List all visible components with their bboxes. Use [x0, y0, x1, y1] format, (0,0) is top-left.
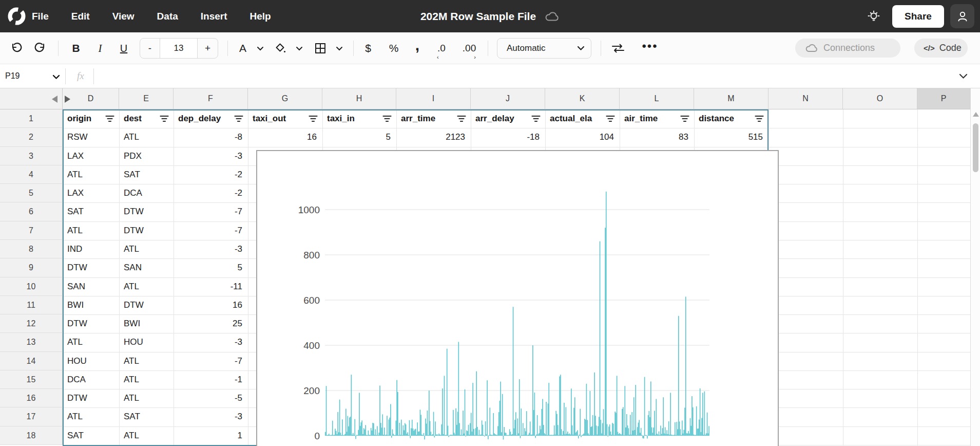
cell-D8[interactable]: IND: [67, 240, 113, 258]
cell-D7[interactable]: ATL: [67, 221, 113, 240]
formula-bar-expand-chevron-icon[interactable]: [959, 72, 968, 81]
formula-input[interactable]: [101, 64, 948, 88]
filter-icon[interactable]: [456, 114, 467, 123]
menu-item-file[interactable]: File: [32, 11, 49, 22]
cell-name-box[interactable]: P19: [5, 64, 20, 88]
row-number-8[interactable]: 8: [0, 240, 63, 258]
cell-M2[interactable]: 515: [699, 128, 763, 146]
cell-H2[interactable]: 5: [327, 128, 391, 146]
cell-F9[interactable]: 5: [178, 258, 242, 277]
font-size-increase-button[interactable]: +: [198, 39, 218, 58]
cell-E10[interactable]: ATL: [124, 277, 168, 296]
filter-icon[interactable]: [754, 114, 764, 123]
row-number-7[interactable]: 7: [0, 221, 63, 240]
menu-item-insert[interactable]: Insert: [201, 11, 227, 22]
row-number-9[interactable]: 9: [0, 258, 63, 277]
row-number-13[interactable]: 13: [0, 333, 63, 351]
cell-G2[interactable]: 16: [253, 128, 317, 146]
row-number-12[interactable]: 12: [0, 314, 63, 333]
undo-button[interactable]: [8, 32, 25, 64]
cell-D3[interactable]: LAX: [67, 147, 113, 165]
column-header-K[interactable]: K: [545, 88, 620, 109]
italic-button[interactable]: I: [92, 32, 108, 64]
column-header-M[interactable]: M: [694, 88, 768, 109]
cell-E2[interactable]: ATL: [124, 128, 168, 146]
row-number-18[interactable]: 18: [0, 426, 63, 445]
document-title[interactable]: 202M Row Sample File: [420, 10, 536, 23]
menu-item-help[interactable]: Help: [250, 11, 271, 22]
cell-I2[interactable]: 2123: [401, 128, 465, 146]
cell-E12[interactable]: BWI: [124, 314, 168, 333]
column-header-J[interactable]: J: [471, 88, 545, 109]
row-number-5[interactable]: 5: [0, 184, 63, 202]
cell-L2[interactable]: 83: [624, 128, 688, 146]
column-header-E[interactable]: E: [119, 88, 174, 109]
cell-F13[interactable]: -3: [178, 333, 242, 351]
decrease-decimals-button[interactable]: .0 ‹: [433, 32, 450, 64]
borders-chevron-icon[interactable]: [334, 32, 345, 64]
cell-F2[interactable]: -8: [178, 128, 242, 146]
filter-icon[interactable]: [680, 114, 690, 123]
cell-D12[interactable]: DTW: [67, 314, 113, 333]
text-color-chevron-icon[interactable]: [255, 32, 266, 64]
cell-F8[interactable]: -3: [178, 240, 242, 258]
hidden-columns-left-arrow-icon[interactable]: [52, 96, 57, 103]
cell-D5[interactable]: LAX: [67, 184, 113, 202]
account-button[interactable]: [950, 4, 974, 28]
column-header-L[interactable]: L: [620, 88, 694, 109]
cell-K2[interactable]: 104: [550, 128, 614, 146]
row-number-16[interactable]: 16: [0, 389, 63, 407]
filter-icon[interactable]: [382, 114, 392, 123]
cell-D14[interactable]: HOU: [67, 352, 113, 370]
filter-icon[interactable]: [308, 114, 318, 123]
scrollbar-thumb[interactable]: [973, 123, 978, 172]
cell-E15[interactable]: ATL: [124, 370, 168, 389]
cell-E3[interactable]: PDX: [124, 147, 168, 165]
column-header-N[interactable]: N: [768, 88, 843, 109]
column-header-F[interactable]: F: [174, 88, 248, 109]
row-number-4[interactable]: 4: [0, 165, 63, 184]
font-size-decrease-button[interactable]: -: [140, 39, 160, 58]
cell-E7[interactable]: DTW: [124, 221, 168, 240]
cell-E14[interactable]: ATL: [124, 352, 168, 370]
cell-E5[interactable]: DCA: [124, 184, 168, 202]
row-number-15[interactable]: 15: [0, 370, 63, 389]
row-number-1[interactable]: 1: [0, 109, 63, 128]
row-number-11[interactable]: 11: [0, 296, 63, 314]
share-button[interactable]: Share: [892, 5, 944, 28]
cell-F11[interactable]: 16: [178, 296, 242, 314]
cell-D15[interactable]: DCA: [67, 370, 113, 389]
text-color-button[interactable]: A: [235, 32, 251, 64]
filter-icon[interactable]: [159, 114, 169, 123]
column-header-I[interactable]: I: [396, 88, 471, 109]
column-header-P[interactable]: P: [917, 88, 970, 109]
cell-F6[interactable]: -7: [178, 202, 242, 221]
borders-button[interactable]: [312, 32, 329, 64]
embedded-chart[interactable]: 10008006004002000: [256, 150, 779, 446]
cell-J2[interactable]: -18: [475, 128, 540, 146]
cell-F17[interactable]: -3: [178, 407, 242, 426]
hidden-columns-right-arrow-icon[interactable]: [65, 96, 70, 103]
filter-icon[interactable]: [531, 114, 541, 123]
cell-F7[interactable]: -7: [178, 221, 242, 240]
cell-E11[interactable]: DTW: [124, 296, 168, 314]
cell-E4[interactable]: SAT: [124, 165, 168, 184]
cell-E6[interactable]: DTW: [124, 202, 168, 221]
filter-icon[interactable]: [105, 114, 115, 123]
app-logo-icon[interactable]: [5, 5, 28, 28]
menu-item-view[interactable]: View: [112, 11, 134, 22]
cell-D17[interactable]: ATL: [67, 407, 113, 426]
font-size-value[interactable]: 13: [160, 39, 198, 58]
column-header-O[interactable]: O: [843, 88, 917, 109]
swap-cells-button[interactable]: [608, 32, 628, 64]
cell-D18[interactable]: SAT: [67, 426, 113, 445]
scroll-up-arrow-icon[interactable]: [973, 112, 979, 117]
cell-E8[interactable]: ATL: [124, 240, 168, 258]
row-number-3[interactable]: 3: [0, 147, 63, 165]
row-number-6[interactable]: 6: [0, 202, 63, 221]
tips-lightbulb-icon[interactable]: [864, 7, 883, 26]
bold-button[interactable]: B: [68, 32, 84, 64]
name-box-chevron-icon[interactable]: [52, 72, 60, 82]
redo-button[interactable]: [32, 32, 48, 64]
cell-F16[interactable]: -5: [178, 389, 242, 407]
